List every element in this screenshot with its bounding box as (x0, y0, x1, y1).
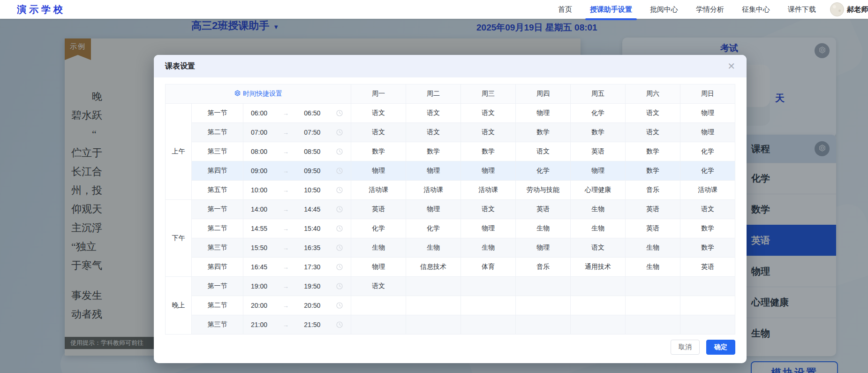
schedule-cell-周三-第二节[interactable]: 语文 (461, 123, 516, 142)
schedule-cell-周六-第五节[interactable]: 音乐 (626, 181, 680, 200)
schedule-cell-周一-第三节[interactable]: 生物 (351, 238, 406, 258)
schedule-cell-周三-第五节[interactable]: 活动课 (461, 181, 516, 200)
close-icon[interactable]: ✕ (725, 55, 737, 77)
end-time[interactable]: 10:50 (304, 186, 320, 194)
schedule-cell-周二-第二节[interactable]: 语文 (406, 123, 461, 142)
start-time[interactable]: 07:00 (251, 129, 267, 136)
schedule-cell-周日-第五节[interactable]: 活动课 (680, 181, 735, 200)
schedule-cell-周日-第三节[interactable] (680, 315, 735, 335)
clock-icon[interactable] (336, 186, 343, 194)
nav-item-授课助手设置[interactable]: 授课助手设置 (589, 0, 633, 19)
schedule-cell-周一-第二节[interactable]: 化学 (351, 219, 406, 238)
cancel-button[interactable]: 取消 (671, 340, 700, 355)
schedule-cell-周二-第四节[interactable]: 物理 (406, 161, 461, 181)
schedule-cell-周六-第一节[interactable] (626, 277, 680, 296)
schedule-cell-周四-第三节[interactable] (516, 315, 571, 335)
schedule-cell-周一-第一节[interactable]: 语文 (351, 277, 406, 296)
schedule-cell-周四-第三节[interactable]: 语文 (516, 142, 571, 161)
clock-icon[interactable] (336, 282, 343, 290)
schedule-cell-周日-第四节[interactable]: 英语 (680, 258, 735, 277)
schedule-cell-周日-第三节[interactable]: 数学 (680, 238, 735, 258)
clock-icon[interactable] (336, 263, 343, 271)
schedule-cell-周三-第一节[interactable] (461, 277, 516, 296)
start-time[interactable]: 20:00 (251, 302, 267, 309)
start-time[interactable]: 09:00 (251, 167, 267, 175)
start-time[interactable]: 15:50 (251, 244, 267, 251)
end-time[interactable]: 08:50 (304, 148, 320, 155)
end-time[interactable]: 19:50 (304, 282, 320, 290)
schedule-cell-周六-第三节[interactable]: 生物 (626, 238, 680, 258)
schedule-cell-周四-第三节[interactable]: 物理 (516, 238, 571, 258)
start-time[interactable]: 16:45 (251, 263, 267, 271)
schedule-cell-周五-第一节[interactable] (571, 277, 626, 296)
schedule-cell-周三-第二节[interactable]: 物理 (461, 219, 516, 238)
schedule-cell-周三-第四节[interactable]: 体育 (461, 258, 516, 277)
schedule-cell-周四-第一节[interactable] (516, 277, 571, 296)
schedule-cell-周一-第五节[interactable]: 活动课 (351, 181, 406, 200)
schedule-cell-周四-第二节[interactable]: 数学 (516, 123, 571, 142)
user-account[interactable]: 郝老师 (830, 2, 868, 16)
schedule-cell-周日-第四节[interactable]: 化学 (680, 161, 735, 181)
schedule-cell-周日-第二节[interactable]: 数学 (680, 219, 735, 238)
schedule-cell-周二-第一节[interactable]: 语文 (406, 104, 461, 123)
school-logo[interactable]: 演示学校 (17, 3, 66, 16)
start-time[interactable]: 06:00 (251, 109, 267, 117)
nav-item-首页[interactable]: 首页 (557, 0, 573, 19)
schedule-cell-周日-第一节[interactable] (680, 277, 735, 296)
clock-icon[interactable] (336, 167, 343, 175)
schedule-cell-周二-第三节[interactable] (406, 315, 461, 335)
schedule-cell-周日-第三节[interactable]: 化学 (680, 142, 735, 161)
schedule-cell-周一-第四节[interactable]: 物理 (351, 258, 406, 277)
schedule-cell-周六-第二节[interactable] (626, 296, 680, 315)
schedule-cell-周二-第二节[interactable]: 化学 (406, 219, 461, 238)
schedule-cell-周四-第五节[interactable]: 劳动与技能 (516, 181, 571, 200)
start-time[interactable]: 14:00 (251, 206, 267, 213)
clock-icon[interactable] (336, 109, 343, 117)
start-time[interactable]: 14:55 (251, 225, 267, 232)
clock-icon[interactable] (336, 148, 343, 155)
schedule-cell-周四-第二节[interactable]: 生物 (516, 219, 571, 238)
schedule-cell-周一-第三节[interactable] (351, 315, 406, 335)
schedule-cell-周三-第二节[interactable] (461, 296, 516, 315)
schedule-cell-周二-第三节[interactable]: 数学 (406, 142, 461, 161)
end-time[interactable]: 20:50 (304, 302, 320, 309)
schedule-cell-周六-第一节[interactable]: 语文 (626, 104, 680, 123)
clock-icon[interactable] (336, 244, 343, 251)
end-time[interactable]: 07:50 (304, 129, 320, 136)
schedule-cell-周三-第三节[interactable]: 数学 (461, 142, 516, 161)
schedule-cell-周六-第四节[interactable]: 数学 (626, 161, 680, 181)
schedule-cell-周五-第四节[interactable]: 通用技术 (571, 258, 626, 277)
schedule-cell-周三-第三节[interactable] (461, 315, 516, 335)
confirm-button[interactable]: 确定 (706, 340, 735, 355)
schedule-cell-周五-第三节[interactable]: 语文 (571, 238, 626, 258)
schedule-cell-周六-第三节[interactable] (626, 315, 680, 335)
schedule-cell-周五-第二节[interactable] (571, 296, 626, 315)
schedule-cell-周五-第三节[interactable]: 英语 (571, 142, 626, 161)
schedule-cell-周二-第一节[interactable]: 物理 (406, 200, 461, 219)
schedule-cell-周四-第四节[interactable]: 化学 (516, 161, 571, 181)
end-time[interactable]: 16:35 (304, 244, 320, 251)
schedule-cell-周六-第二节[interactable]: 英语 (626, 219, 680, 238)
schedule-cell-周二-第二节[interactable] (406, 296, 461, 315)
end-time[interactable]: 06:50 (304, 109, 320, 117)
clock-icon[interactable] (336, 321, 343, 328)
schedule-cell-周一-第三节[interactable]: 数学 (351, 142, 406, 161)
schedule-cell-周六-第四节[interactable]: 生物 (626, 258, 680, 277)
clock-icon[interactable] (336, 206, 343, 213)
schedule-cell-周二-第一节[interactable] (406, 277, 461, 296)
start-time[interactable]: 10:00 (251, 186, 267, 194)
nav-item-征集中心[interactable]: 征集中心 (741, 0, 771, 19)
schedule-cell-周五-第二节[interactable]: 生物 (571, 219, 626, 238)
schedule-cell-周四-第二节[interactable] (516, 296, 571, 315)
schedule-cell-周五-第一节[interactable]: 化学 (571, 104, 626, 123)
clock-icon[interactable] (336, 129, 343, 136)
end-time[interactable]: 09:50 (304, 167, 320, 175)
nav-item-课件下载[interactable]: 课件下载 (787, 0, 817, 19)
time-quick-setting-link[interactable]: 时间快捷设置 (234, 90, 282, 98)
nav-item-学情分析[interactable]: 学情分析 (695, 0, 725, 19)
schedule-cell-周日-第二节[interactable]: 物理 (680, 123, 735, 142)
schedule-cell-周一-第四节[interactable]: 物理 (351, 161, 406, 181)
schedule-cell-周二-第四节[interactable]: 信息技术 (406, 258, 461, 277)
schedule-cell-周三-第三节[interactable]: 生物 (461, 238, 516, 258)
start-time[interactable]: 21:00 (251, 321, 267, 328)
